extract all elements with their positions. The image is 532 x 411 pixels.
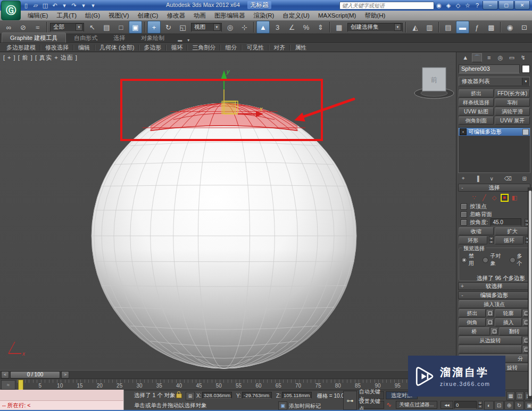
go-to-start-button[interactable]: ◀◀	[440, 401, 453, 409]
selection-lock-icon[interactable]	[176, 393, 182, 398]
loop-button[interactable]: 循环	[495, 236, 523, 244]
selection-filter-dropdown[interactable]: 全部▼	[50, 23, 84, 32]
z-coord-field[interactable]: 105.118mm	[282, 392, 312, 399]
ribbon-panel-4[interactable]: 多边形	[139, 43, 165, 52]
maxscript-listener-line[interactable]: -- 所在行: <	[0, 400, 124, 410]
track-bar[interactable]: ≈ 05101520253035404550556065707580859095…	[0, 379, 456, 390]
dropdown-arrow-icon[interactable]: ▼	[522, 78, 529, 85]
vertex-subobject-icon[interactable]: ∵	[470, 194, 478, 202]
edit-poly-button-翻转[interactable]: 翻转	[499, 327, 530, 335]
select-and-manipulate-icon[interactable]: ⊹	[238, 21, 251, 34]
viewport-layout-icon[interactable]: ▦	[506, 391, 515, 400]
next-frame-button[interactable]: >	[61, 371, 69, 379]
modifier-quick-button-0[interactable]: 挤出	[459, 89, 494, 97]
subscription-center-icon[interactable]: ◈	[444, 2, 453, 9]
stack-onoff-icon[interactable]	[522, 129, 529, 135]
edit-poly-button-插入顶点[interactable]: 插入顶点	[459, 300, 530, 308]
reference-coordinate-dropdown[interactable]: 视图▼	[191, 23, 222, 32]
pan-view-icon[interactable]: ⊕	[504, 401, 514, 410]
ribbon-tab-3[interactable]: 对象绘制	[133, 33, 172, 43]
angle-snap-icon[interactable]: ∠	[285, 21, 298, 34]
create-tab-icon[interactable]: ▲	[461, 54, 470, 62]
render-setup-icon[interactable]: ⊡	[518, 21, 531, 34]
modifier-quick-button-4[interactable]: UVW 贴图	[459, 108, 494, 116]
by-vertex-row[interactable]: 按顶点	[456, 202, 532, 210]
dropdown-arrow-icon[interactable]: ▼	[76, 23, 82, 31]
border-subobject-icon[interactable]: ◇	[491, 194, 498, 202]
edit-poly-button-桥[interactable]: 桥	[459, 327, 490, 335]
ribbon-panel-3[interactable]: 几何体 (全部)	[95, 43, 138, 52]
mini-curve-editor-button[interactable]: ≈	[1, 380, 15, 390]
favorites-icon[interactable]: ☆	[463, 2, 472, 9]
edit-poly-button-covered[interactable]	[459, 346, 522, 354]
ribbon-panel-6[interactable]: 三角剖分	[188, 43, 220, 52]
orbit-view-icon[interactable]: ↻	[514, 401, 524, 410]
window-crossing-icon[interactable]: ▣	[129, 21, 142, 34]
app-logo-icon[interactable]: Ⓖ	[1, 1, 21, 20]
menu-item-0[interactable]: 编辑(E)	[23, 11, 52, 21]
display-tab-icon[interactable]: ▭	[507, 54, 516, 62]
menu-item-6[interactable]: 动画	[189, 11, 210, 21]
named-selection-set-dropdown[interactable]: 创建选择集▼	[347, 23, 403, 32]
menu-item-11[interactable]: 帮助(H)	[360, 11, 389, 21]
bind-to-space-warp-icon[interactable]: ≈	[31, 21, 44, 34]
ignore-backfacing-checkbox[interactable]	[461, 211, 467, 218]
shrink-button[interactable]: 收缩	[459, 227, 494, 235]
by-angle-row[interactable]: 按角度: 45.0 ▲▼	[456, 218, 532, 226]
schematic-view-icon[interactable]: ▩	[485, 21, 498, 34]
select-and-scale-icon[interactable]: ◱	[176, 21, 189, 34]
ribbon-panel-0[interactable]: 多边形建模	[2, 43, 40, 52]
modifier-quick-button-1[interactable]: FFD(长方体)	[495, 89, 530, 97]
edit-named-selection-sets-icon[interactable]: ▦	[332, 21, 346, 34]
key-mode-icon[interactable]: ⊶	[343, 391, 357, 410]
viewport-label[interactable]: [ + ] [ 前 ] [ 真实 + 边面 ]	[3, 54, 78, 62]
rollout-selection[interactable]: - 选择	[458, 184, 530, 192]
x-coord-field[interactable]: 328.036mm	[202, 392, 232, 399]
grow-button[interactable]: 扩大	[495, 227, 530, 235]
edit-poly-button-从边旋转[interactable]: 从边旋转	[459, 336, 522, 344]
communication-center-icon[interactable]: ◇	[454, 2, 462, 9]
zoom-mode-icon[interactable]: ◐	[484, 401, 494, 410]
preview-radio-1[interactable]	[483, 257, 488, 263]
snaps-toggle-3d-icon[interactable]: 3	[271, 21, 284, 34]
remove-modifier-icon[interactable]: ⌫	[504, 176, 512, 182]
ribbon-tab-2[interactable]: 选择	[105, 33, 133, 43]
ribbon-minimize-icon[interactable]: ▬	[178, 38, 182, 43]
polygon-subobject-icon[interactable]: ■	[501, 194, 509, 202]
search-input[interactable]	[339, 2, 434, 10]
modify-tab-icon[interactable]: ⌒	[472, 53, 482, 62]
menu-item-9[interactable]: 自定义(U)	[278, 11, 313, 21]
undo-icon[interactable]: ↶	[51, 2, 59, 10]
utilities-tab-icon[interactable]: ↯	[519, 54, 528, 62]
ribbon-panel-2[interactable]: 编辑	[74, 43, 94, 52]
rollout-soft-selection[interactable]: + 软选择	[458, 282, 530, 290]
stack-expand-icon[interactable]: ▪	[460, 128, 467, 135]
menu-item-4[interactable]: 创建(C)	[133, 11, 162, 21]
ribbon-panel-8[interactable]: 可见性	[242, 43, 268, 52]
ribbon-panel-7[interactable]: 细分	[221, 43, 241, 52]
select-object-icon[interactable]: ↖	[86, 21, 99, 34]
material-editor-icon[interactable]: ◉	[503, 21, 517, 34]
preview-radio-0[interactable]	[461, 257, 467, 263]
maximize-viewport-toggle-icon[interactable]: ▣	[525, 401, 532, 410]
menu-item-10[interactable]: MAXScript(M)	[314, 11, 361, 20]
zoom-region-icon[interactable]: ⊡	[494, 401, 504, 410]
command-panel-scrollbar[interactable]	[528, 187, 532, 399]
make-unique-icon[interactable]: ∨	[489, 176, 493, 182]
spinner-down-icon[interactable]: ▼	[478, 405, 483, 408]
edit-poly-button-挤出[interactable]: 挤出	[459, 309, 486, 317]
select-and-link-icon[interactable]: ∞	[2, 21, 15, 34]
use-pivot-center-icon[interactable]: ◎	[223, 21, 237, 34]
new-file-icon[interactable]: ▯	[22, 2, 30, 10]
add-time-tag-label[interactable]: 添加时间标记	[289, 402, 321, 410]
preview-option-1[interactable]: 子对象	[483, 252, 505, 267]
key-filters-button[interactable]: 关键点过滤器...	[396, 401, 437, 409]
redo-icon[interactable]: ↷	[70, 2, 78, 10]
object-name-field[interactable]: Sphere003	[459, 64, 520, 73]
dropdown-arrow-icon[interactable]: ▼	[213, 23, 220, 31]
preview-option-2[interactable]: 多个	[510, 252, 527, 267]
object-color-swatch[interactable]	[522, 65, 530, 73]
help-icon[interactable]: ?	[473, 2, 481, 9]
undo-dropdown-icon[interactable]: ▾	[60, 2, 69, 10]
unlink-selection-icon[interactable]: ⊘	[16, 21, 30, 34]
